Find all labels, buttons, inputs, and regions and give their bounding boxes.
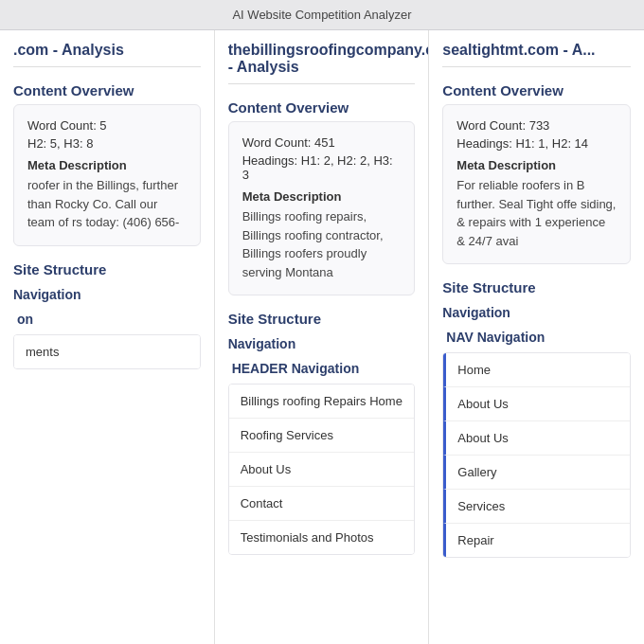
col2-content-box: Word Count: 451 Headings: H1: 2, H2: 2, … xyxy=(228,121,416,295)
columns-wrapper: .com - Analysis Content Overview Word Co… xyxy=(0,27,644,644)
col3-nav-item-4: Services xyxy=(443,490,630,524)
col1-meta-label: Meta Description xyxy=(27,158,187,172)
col1-nav-type: on xyxy=(17,312,201,327)
col2-nav-type: HEADER Navigation xyxy=(232,361,416,376)
col3-nav-label: Navigation xyxy=(442,305,631,320)
col3-nav-item-2: About Us xyxy=(443,421,630,456)
col3-nav-item-1: About Us xyxy=(443,387,630,421)
col2-nav-label: Navigation xyxy=(228,336,416,351)
column-1-title: .com - Analysis xyxy=(13,42,201,67)
col2-stat-2: Headings: H1: 2, H2: 2, H3: 3 xyxy=(242,153,402,182)
col2-nav-item-4: Testimonials and Photos xyxy=(229,521,415,554)
col2-meta-label: Meta Description xyxy=(242,189,402,204)
col2-nav-item-2: About Us xyxy=(229,453,415,487)
col3-stat-2: Headings: H1: 1, H2: 14 xyxy=(456,136,617,151)
top-bar: AI Website Competition Analyzer xyxy=(0,0,644,30)
col2-site-structure-title: Site Structure xyxy=(228,311,416,327)
col2-content-overview-title: Content Overview xyxy=(228,99,416,116)
column-2-title: thebillingsroofingcompany.com - Analysis xyxy=(228,42,416,84)
column-2: thebillingsroofingcompany.com - Analysis… xyxy=(215,27,430,644)
col2-nav-list: Billings roofing Repairs Home Roofing Se… xyxy=(228,384,416,555)
col2-meta-text: Billings roofing repairs, Billings roofi… xyxy=(242,207,402,281)
col1-stat-2: H2: 5, H3: 8 xyxy=(27,136,187,151)
col3-nav-item-5: Repair xyxy=(443,524,630,557)
col3-meta-text: For reliable roofers in B further. Seal … xyxy=(456,176,617,250)
top-bar-title: AI Website Competition Analyzer xyxy=(232,8,411,22)
col3-site-structure-title: Site Structure xyxy=(442,279,631,295)
col3-nav-list: Home About Us About Us Gallery Services … xyxy=(442,352,631,558)
col1-nav-label: Navigation xyxy=(13,287,201,302)
col3-meta-label: Meta Description xyxy=(456,158,617,172)
col3-content-overview-title: Content Overview xyxy=(442,82,631,98)
column-1: .com - Analysis Content Overview Word Co… xyxy=(0,27,215,644)
col2-nav-item-0: Billings roofing Repairs Home xyxy=(229,385,415,419)
col2-nav-item-3: Contact xyxy=(229,487,415,521)
col1-stat-1: Word Count: 5 xyxy=(27,118,187,133)
col3-stat-1: Word Count: 733 xyxy=(456,118,617,133)
col1-nav-list: ments xyxy=(13,334,201,369)
col1-content-overview-title: Content Overview xyxy=(13,82,201,98)
col1-content-box: Word Count: 5 H2: 5, H3: 8 Meta Descript… xyxy=(13,104,201,246)
col3-nav-type: NAV Navigation xyxy=(446,330,631,345)
col1-site-structure-title: Site Structure xyxy=(13,261,201,277)
column-3-title: sealtightmt.com - A... xyxy=(442,42,631,67)
col1-meta-text: roofer in the Billings, further than Roc… xyxy=(27,176,187,232)
col3-content-box: Word Count: 733 Headings: H1: 1, H2: 14 … xyxy=(442,104,631,264)
col3-nav-item-0: Home xyxy=(443,353,630,387)
col2-nav-item-1: Roofing Services xyxy=(229,419,415,453)
column-3: sealtightmt.com - A... Content Overview … xyxy=(429,27,644,644)
col2-stat-1: Word Count: 451 xyxy=(242,135,402,150)
col1-nav-item-0: ments xyxy=(14,335,200,368)
col3-nav-item-3: Gallery xyxy=(443,456,630,490)
